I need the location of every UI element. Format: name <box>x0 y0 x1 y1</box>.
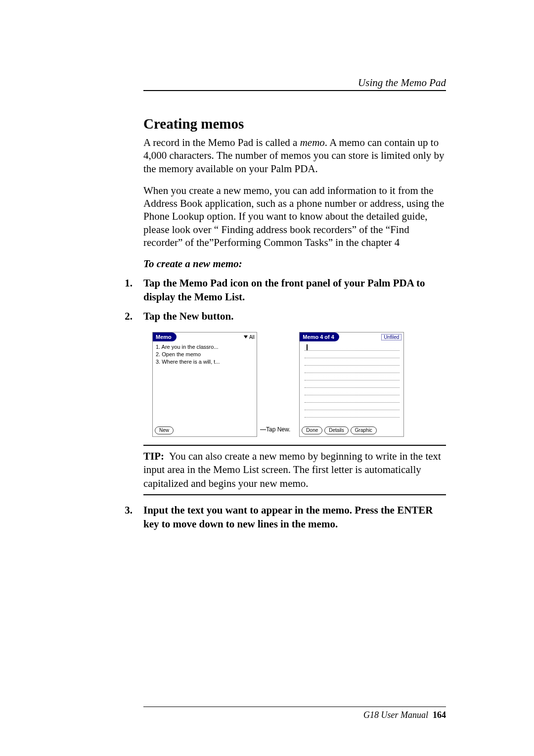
footer-manual: G18 User Manual <box>363 710 428 720</box>
step-3-text: Input the text you want to appear in the… <box>143 503 446 531</box>
new-button[interactable]: New <box>155 426 174 434</box>
running-head: Using the Memo Pad <box>143 77 446 89</box>
para1-a: A record in the Memo Pad is called a <box>143 137 300 148</box>
header-rule <box>143 90 446 91</box>
memo-list-title: Memo <box>153 332 177 341</box>
memo-edit-category[interactable]: Unfiled <box>381 334 403 340</box>
step-3-num: 3. <box>120 503 133 531</box>
footer-rule <box>143 707 446 707</box>
section-title: Creating memos <box>143 116 446 132</box>
step-1-num: 1. <box>120 276 133 304</box>
dropdown-icon <box>244 335 248 338</box>
step-1: 1. Tap the Memo Pad icon on the front pa… <box>120 276 446 304</box>
footer-page: 164 <box>433 710 446 720</box>
paragraph-1: A record in the Memo Pad is called a mem… <box>143 136 446 175</box>
memo-list-body: 1. Are you in the classro... 2. Open the… <box>153 341 257 425</box>
list-item[interactable]: 3. Where there is a will, t... <box>156 358 255 366</box>
screenshot-row: Memo All 1. Are you in the classro... 2.… <box>152 332 446 437</box>
tip-body: You can also create a new memo by beginn… <box>143 450 441 489</box>
step-2: 2. Tap the New button. <box>120 309 446 323</box>
memo-edit-screen: Memo 4 of 4 Unfiled Done Details <box>299 332 404 437</box>
list-item[interactable]: 2. Open the memo <box>156 351 255 358</box>
details-button[interactable]: Details <box>324 426 349 434</box>
callout-tap-new: Tap New. <box>266 426 290 433</box>
step-3: 3. Input the text you want to appear in … <box>120 503 446 531</box>
step-2-text: Tap the New button. <box>143 309 446 323</box>
graphic-button[interactable]: Graphic <box>351 426 377 434</box>
paragraph-2: When you create a new memo, you can add … <box>143 184 446 249</box>
memo-edit-category-label: Unfiled <box>381 334 401 340</box>
done-button[interactable]: Done <box>302 426 322 434</box>
list-item[interactable]: 1. Are you in the classro... <box>156 343 255 351</box>
procedure-subhead: To create a new memo: <box>143 258 446 270</box>
memo-edit-title: Memo 4 of 4 <box>300 332 339 341</box>
step-1-text: Tap the Memo Pad icon on the front panel… <box>143 276 446 304</box>
tip-box: TIP: You can also create a new memo by b… <box>143 445 446 495</box>
page-footer: G18 User Manual 164 <box>143 707 446 720</box>
memo-edit-body[interactable] <box>300 341 403 425</box>
step-2-num: 2. <box>120 309 133 323</box>
para1-memo: memo <box>300 137 325 148</box>
text-cursor-icon <box>307 344 308 350</box>
memo-list-category[interactable]: All <box>244 334 257 340</box>
memo-list-screen: Memo All 1. Are you in the classro... 2.… <box>152 332 257 437</box>
memo-list-category-label: All <box>249 334 255 340</box>
tip-label: TIP: <box>143 450 164 462</box>
